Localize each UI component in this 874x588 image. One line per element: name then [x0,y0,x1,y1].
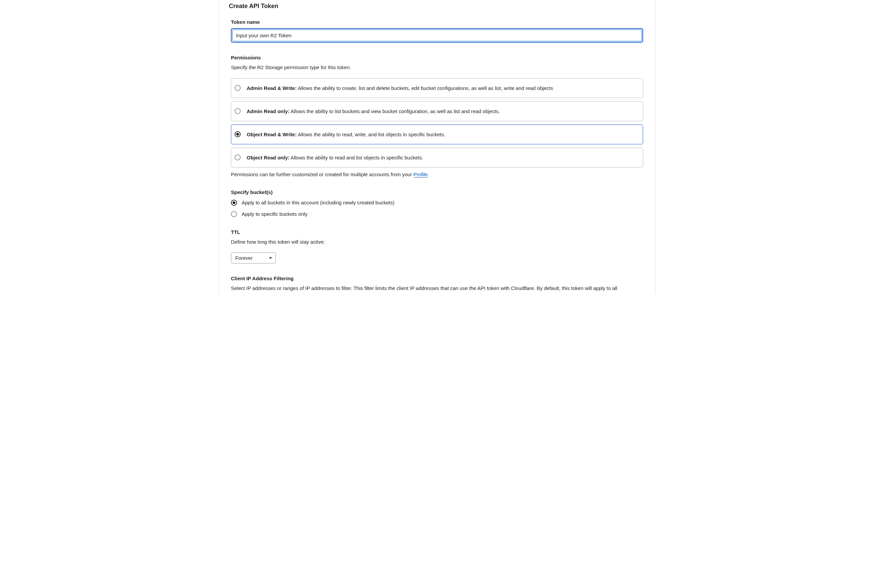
buckets-section: Specify bucket(s) Apply to all buckets i… [231,189,643,217]
permission-option-desc: Allows the ability to list buckets and v… [290,108,500,114]
ttl-select[interactable]: Forever [231,252,276,264]
ip-filtering-heading: Client IP Address Filtering [231,276,643,281]
chevron-down-icon [269,256,272,260]
bucket-option-label: Apply to all buckets in this account (in… [242,200,394,206]
radio-icon [235,154,241,160]
permissions-footnote: Permissions can be further customized or… [231,171,643,177]
radio-icon [235,108,241,114]
token-name-input-wrapper [231,28,643,43]
permission-option-desc: Allows the ability to create, list and d… [297,85,553,91]
profile-link[interactable]: Profile [414,171,428,177]
permission-option-object-read-only[interactable]: Object Read only: Allows the ability to … [231,148,643,168]
radio-icon [231,211,237,217]
permission-option-text: Admin Read & Write: Allows the ability t… [247,85,553,92]
permission-option-text: Object Read & Write: Allows the ability … [247,131,445,138]
permission-option-title: Admin Read & Write: [247,85,297,91]
permission-option-title: Admin Read only: [247,108,290,114]
permission-option-desc: Allows the ability to read, write, and l… [297,132,445,137]
radio-icon [231,200,237,206]
ttl-description: Define how long this token will stay act… [231,238,643,246]
svg-marker-0 [269,257,272,259]
token-name-input[interactable] [232,30,642,41]
permission-option-admin-read-write[interactable]: Admin Read & Write: Allows the ability t… [231,78,643,98]
ttl-select-value: Forever [235,255,253,261]
permission-option-object-read-write[interactable]: Object Read & Write: Allows the ability … [231,124,643,144]
radio-icon [235,131,241,137]
page-title: Create API Token [229,3,643,10]
permission-option-admin-read-only[interactable]: Admin Read only: Allows the ability to l… [231,101,643,121]
permissions-footnote-suffix: . [427,171,429,177]
ip-filtering-section: Client IP Address Filtering Select IP ad… [231,276,643,292]
permissions-description: Specify the R2 Storage permission type f… [231,64,643,72]
token-name-label: Token name [231,19,643,25]
bucket-option-specific[interactable]: Apply to specific buckets only [231,211,643,217]
bucket-option-all[interactable]: Apply to all buckets in this account (in… [231,200,643,206]
permission-option-text: Admin Read only: Allows the ability to l… [247,108,500,115]
permission-option-title: Object Read & Write: [247,132,297,137]
permission-option-title: Object Read only: [247,155,290,160]
buckets-heading: Specify bucket(s) [231,189,643,195]
permissions-section: Permissions Specify the R2 Storage permi… [231,55,643,177]
bucket-option-label: Apply to specific buckets only [242,211,307,217]
permission-option-desc: Allows the ability to read and list obje… [290,155,424,160]
permissions-heading: Permissions [231,55,643,60]
permissions-footnote-prefix: Permissions can be further customized or… [231,171,414,177]
ip-filtering-description: Select IP addresses or ranges of IP addr… [231,285,643,292]
ttl-section: TTL Define how long this token will stay… [231,229,643,264]
permission-option-text: Object Read only: Allows the ability to … [247,154,423,161]
ttl-heading: TTL [231,229,643,235]
radio-icon [235,85,241,91]
